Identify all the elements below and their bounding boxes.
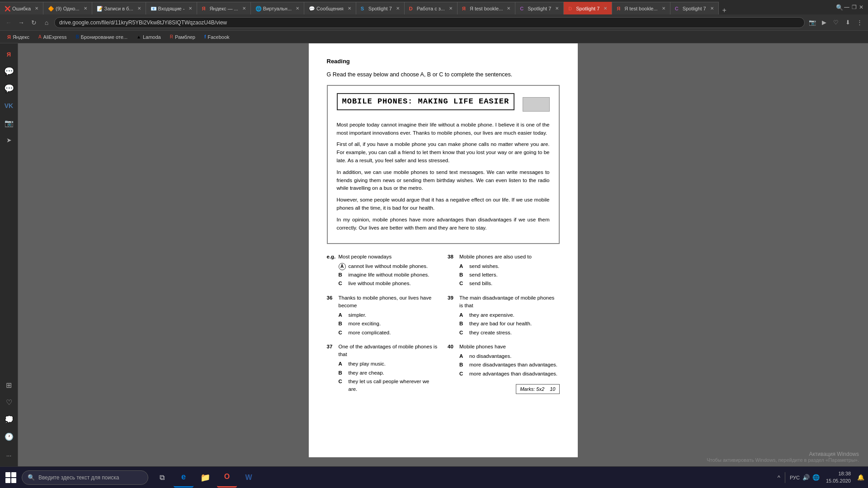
taskbar-explorer-btn[interactable]: 📁 (195, 468, 215, 488)
tab-7[interactable]: 💬 Сообщения ✕ (304, 2, 356, 14)
option-37-c: C they let us call people wherever we ar… (339, 378, 439, 394)
document-page: Reading G Read the essay below and choos… (309, 43, 578, 457)
sidebar-clock-icon[interactable]: 🕐 (2, 429, 16, 444)
taskbar-search[interactable]: 🔍 Введите здесь текст для поиска (22, 470, 148, 485)
sidebar-yandex-icon[interactable]: Я (2, 47, 16, 61)
search-icon[interactable]: 🔍 (836, 4, 843, 10)
bookmark-rambler[interactable]: R Рамблер (166, 32, 199, 42)
refresh-button[interactable]: ↻ (29, 18, 39, 28)
taskbar-search-placeholder: Введите здесь текст для поиска (38, 474, 119, 481)
bookmark-lamoda[interactable]: ▲ Lamoda (133, 32, 165, 42)
tray-sound-icon[interactable]: 🔊 (802, 474, 810, 481)
tab-favicon-13: Я (617, 6, 622, 11)
sidebar-vk-icon[interactable]: VK (2, 99, 16, 113)
tab-close-6[interactable]: ✕ (296, 6, 299, 11)
bookmark-booking[interactable]: B Бронирование оте... (72, 32, 131, 42)
option-37-b: B they are cheap. (339, 369, 439, 377)
option-38-b-letter: B (459, 271, 467, 279)
tab-9[interactable]: D Работа с з... ✕ (405, 2, 458, 14)
sidebar-arrow-icon[interactable]: ➤ (2, 133, 16, 147)
tab-5[interactable]: Я Яндекс — ... ✕ (197, 2, 250, 14)
taskbar-task-view[interactable]: ⧉ (152, 468, 172, 488)
start-icon (5, 472, 16, 483)
tray-network-icon[interactable]: 🌐 (812, 474, 820, 481)
yandex-favicon: Я (7, 34, 11, 40)
tab-6[interactable]: 🌐 Виртуальн... ✕ (251, 2, 304, 14)
option-38-a-text: send wishes. (469, 263, 499, 270)
tab-8[interactable]: S Spotlight 7 ✕ (356, 2, 405, 14)
task-view-icon: ⧉ (160, 474, 165, 482)
taskbar-word-btn[interactable]: W (239, 468, 259, 488)
option-36-b-text: more exciting. (349, 320, 381, 328)
tab-favicon-4: 📧 (151, 6, 156, 11)
tab-4[interactable]: 📧 Входящие - ✕ (146, 2, 198, 14)
option-37-b-text: they are cheap. (349, 369, 384, 377)
minimize-button[interactable]: ─ (844, 4, 850, 10)
screenshot-icon[interactable]: 📷 (807, 18, 817, 28)
tab-close-4[interactable]: ✕ (189, 6, 192, 11)
sidebar-whatsapp-icon[interactable]: 💬 (2, 81, 16, 96)
taskbar-edge-btn[interactable]: e (174, 468, 193, 488)
tab-close-11[interactable]: ✕ (555, 6, 559, 11)
browser-tabs: ❌ Ошибка ✕ 🔶 (9) Одно... ✕ 📝 Записи в б.… (0, 0, 833, 14)
heart-icon[interactable]: ♡ (831, 18, 841, 28)
tab-close-1[interactable]: ✕ (35, 6, 38, 11)
settings-icon[interactable]: ⋮ (854, 18, 864, 28)
tab-label-8: Spotlight 7 (368, 6, 392, 11)
taskbar-search-icon: 🔍 (28, 474, 35, 481)
option-36-b: B more exciting. (339, 320, 439, 328)
tab-close-3[interactable]: ✕ (137, 6, 141, 11)
option-36-a: A simpler. (339, 311, 439, 319)
forward-button[interactable]: → (16, 18, 26, 28)
tab-12[interactable]: D Spotlight 7 ✕ (564, 2, 612, 14)
tab-label-12: Spotlight 7 (576, 6, 599, 11)
tray-notification-icon[interactable]: 🔔 (857, 474, 864, 481)
tray-show-hidden[interactable]: ^ (778, 474, 780, 481)
tab-10[interactable]: Я Я test bookle... ✕ (458, 2, 515, 14)
option-39-b-letter: B (459, 320, 467, 328)
essay-box: MOBILE PHONES: MAKING LIFE EASIER Most p… (327, 85, 560, 244)
bookmark-yandex[interactable]: Я Яндекс (4, 32, 33, 42)
tab-11[interactable]: C Spotlight 7 ✕ (515, 2, 564, 14)
tab-close-5[interactable]: ✕ (242, 6, 246, 11)
bookmark-aliexpress[interactable]: A AliExpress (35, 32, 71, 42)
bookmark-facebook[interactable]: f Facebook (201, 32, 233, 42)
option-eg-c-text: live without mobile phones. (349, 280, 411, 287)
download-icon[interactable]: ⬇ (843, 18, 853, 28)
sidebar-heart-icon[interactable]: ♡ (2, 395, 16, 409)
taskbar-opera-btn[interactable]: O (217, 468, 237, 488)
tab-close-7[interactable]: ✕ (348, 6, 351, 11)
marks-formula: 5x2 (536, 386, 544, 392)
sidebar-more-icon[interactable]: ··· (2, 448, 16, 463)
new-tab-button[interactable]: + (719, 6, 730, 14)
restore-button[interactable]: ❐ (851, 4, 857, 10)
tab-close-2[interactable]: ✕ (84, 6, 87, 11)
main-area: Я 💬 💬 VK 📷 ➤ ⊞ ♡ 💭 🕐 ··· Reading G Read … (0, 43, 868, 466)
tab-14[interactable]: C Spotlight 7 ✕ (670, 2, 719, 14)
start-button[interactable] (0, 467, 22, 488)
tab-close-12[interactable]: ✕ (604, 6, 607, 11)
tab-2[interactable]: 🔶 (9) Одно... ✕ (43, 2, 92, 14)
tab-close-9[interactable]: ✕ (449, 6, 453, 11)
address-input[interactable] (54, 17, 805, 28)
tab-close-8[interactable]: ✕ (396, 6, 400, 11)
tab-13[interactable]: Я Я test bookle... ✕ (612, 2, 670, 14)
tab-close-13[interactable]: ✕ (662, 6, 665, 11)
tab-close-14[interactable]: ✕ (710, 6, 714, 11)
tab-3[interactable]: 📝 Записи в б... ✕ (92, 2, 146, 14)
rambler-favicon: R (170, 34, 173, 39)
tray-time[interactable]: 18:38 15.05.2020 (822, 470, 854, 484)
home-button[interactable]: ⌂ (42, 18, 52, 28)
sidebar-grid-icon[interactable]: ⊞ (2, 378, 16, 392)
option-36-c-letter: C (339, 329, 346, 337)
question-36-text: Thanks to mobile phones, our lives have … (339, 294, 439, 310)
back-button[interactable]: ← (4, 18, 14, 28)
tab-1[interactable]: ❌ Ошибка ✕ (0, 2, 43, 14)
tab-close-10[interactable]: ✕ (507, 6, 510, 11)
close-button[interactable]: ✕ (858, 4, 864, 10)
sidebar-messenger-icon[interactable]: 💬 (2, 64, 16, 79)
sidebar-instagram-icon[interactable]: 📷 (2, 116, 16, 130)
play-icon[interactable]: ▶ (819, 18, 829, 28)
tray-keyboard-lang[interactable]: РУС (790, 475, 800, 480)
sidebar-chat-icon[interactable]: 💭 (2, 412, 16, 427)
